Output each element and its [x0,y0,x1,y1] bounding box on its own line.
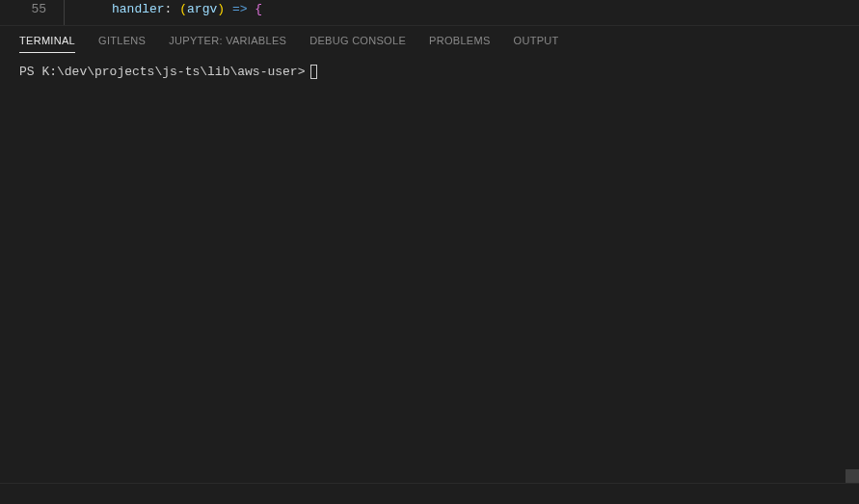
token-rparen: ) [217,2,225,16]
token-brace: { [255,2,262,16]
code-content[interactable]: handler: (argv) => { [83,0,262,25]
token-property: handler [112,2,165,16]
token-colon: : [165,2,180,16]
tab-problems[interactable]: PROBLEMS [429,31,491,53]
terminal-cursor [310,65,317,79]
tab-terminal[interactable]: TERMINAL [19,31,75,53]
terminal-content[interactable]: PS K:\dev\projects\js-ts\lib\aws-user> [0,57,859,87]
editor-gutter: 55 [0,0,64,25]
panel-container: TERMINAL GITLENS JUPYTER: VARIABLES DEBU… [0,25,859,87]
token-param: argv [187,2,217,16]
token-space [225,2,232,16]
glyph-margin [64,0,83,25]
panel-tabs: TERMINAL GITLENS JUPYTER: VARIABLES DEBU… [0,26,859,57]
tab-debug-console[interactable]: DEBUG CONSOLE [309,31,406,53]
terminal-prompt: PS K:\dev\projects\js-ts\lib\aws-user> [19,65,305,79]
line-number: 55 [0,0,64,16]
status-bar[interactable] [0,483,859,504]
editor-area: 55 handler: (argv) => { [0,0,859,25]
token-lparen: ( [179,2,187,16]
scrollbar-corner[interactable] [846,469,859,483]
tab-gitlens[interactable]: GITLENS [98,31,146,53]
tab-output[interactable]: OUTPUT [514,31,559,53]
token-arrow: => [232,2,248,16]
tab-jupyter-variables[interactable]: JUPYTER: VARIABLES [169,31,286,53]
code-line: handler: (argv) => { [112,2,262,16]
